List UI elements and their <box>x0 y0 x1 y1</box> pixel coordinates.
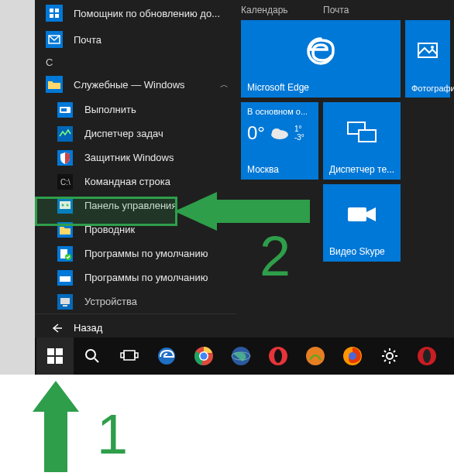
weather-lo: -3° <box>294 133 304 142</box>
weather-hi: 1° <box>294 125 304 133</box>
tile-label: Диспетчер те... <box>329 164 394 175</box>
svg-rect-27 <box>60 298 70 304</box>
chrome-icon <box>194 346 214 366</box>
task-view-button[interactable] <box>111 337 148 375</box>
app-label: Диспетчер задач <box>84 128 163 139</box>
tile-edge[interactable]: Microsoft Edge <box>241 20 401 98</box>
app-label: Помощник по обновлению до... <box>74 8 220 19</box>
annotation-number-1: 1 <box>97 402 128 466</box>
svg-point-52 <box>274 349 282 363</box>
svg-point-30 <box>431 46 434 49</box>
folder-system-tools[interactable]: Служебные — Windows ︿ <box>35 71 236 98</box>
svg-line-64 <box>394 351 395 352</box>
tile-photos[interactable]: Фотографии <box>405 20 450 98</box>
app-defender[interactable]: Защитник Windows <box>35 146 236 170</box>
annotation-number-2: 2 <box>260 224 291 288</box>
gear-icon <box>380 347 399 365</box>
svg-point-40 <box>86 350 95 359</box>
taskbar-app-round[interactable] <box>297 337 334 375</box>
svg-rect-43 <box>121 353 124 358</box>
devices-icon <box>57 293 74 310</box>
tile-skype-video[interactable]: Видео Skype <box>323 184 401 262</box>
app-label: Устройства <box>84 296 137 307</box>
app-run[interactable]: Выполнить <box>35 98 236 122</box>
app-label: Служебные — Windows <box>74 79 185 91</box>
tile-remote-desktop[interactable]: Диспетчер те... <box>323 102 401 180</box>
svg-rect-38 <box>47 357 54 364</box>
taskbar-chrome[interactable] <box>185 337 222 375</box>
mail-icon <box>46 31 63 48</box>
svg-rect-28 <box>63 305 67 306</box>
app-label: Выполнить <box>84 104 136 115</box>
svg-rect-2 <box>55 9 59 12</box>
app-label: Программы по умолчанию <box>84 272 208 283</box>
weather-temp: 0° <box>247 122 265 144</box>
app-label: Панель управления <box>84 200 177 211</box>
svg-rect-4 <box>55 14 59 18</box>
svg-line-41 <box>95 358 98 362</box>
opera-icon <box>417 346 437 366</box>
app-update-assistant[interactable]: Помощник по обновлению до... <box>35 0 236 26</box>
svg-rect-10 <box>61 108 67 111</box>
app-default-programs[interactable]: Программы по умолчанию <box>35 241 236 265</box>
svg-line-63 <box>384 360 386 361</box>
svg-rect-0 <box>46 5 63 22</box>
back-label: Назад <box>74 322 102 334</box>
taskbar-app-globe[interactable] <box>222 337 260 375</box>
start-menu: Помощник по обновлению до... Почта С Слу… <box>35 0 454 337</box>
svg-point-32 <box>272 128 281 136</box>
search-button[interactable] <box>74 337 111 375</box>
start-button[interactable] <box>36 337 74 375</box>
control-panel-icon <box>57 197 74 214</box>
svg-rect-42 <box>124 351 135 360</box>
app-task-manager[interactable]: Диспетчер задач <box>35 122 236 146</box>
svg-line-61 <box>384 351 386 352</box>
svg-text:C:\: C:\ <box>60 178 71 187</box>
svg-rect-36 <box>47 348 54 355</box>
svg-rect-3 <box>50 14 53 18</box>
taskbar-opera-2[interactable] <box>408 337 445 375</box>
svg-rect-16 <box>60 201 71 209</box>
taskbar <box>35 337 454 375</box>
default-programs-icon <box>57 245 74 262</box>
weather-city: Москва <box>247 164 279 175</box>
chevron-up-icon: ︿ <box>220 79 229 91</box>
run-icon <box>57 101 74 118</box>
explorer-icon <box>57 221 74 238</box>
taskbar-firefox[interactable] <box>334 337 371 375</box>
svg-rect-37 <box>56 348 63 355</box>
tile-weather[interactable]: В основном о... 0° 1° -3° Москва <box>241 102 318 180</box>
svg-marker-68 <box>33 381 79 472</box>
edge-icon <box>304 34 338 68</box>
svg-point-48 <box>201 353 208 360</box>
tile-header-label: Почта <box>323 5 349 15</box>
opera-icon <box>268 346 288 366</box>
app-label: Защитник Windows <box>84 152 174 163</box>
app-devices[interactable]: Устройства <box>35 289 236 313</box>
app-label: Программы по умолчанию <box>84 248 208 259</box>
globe-icon <box>231 346 251 366</box>
back-button[interactable]: Назад <box>35 313 236 337</box>
svg-rect-1 <box>50 9 53 12</box>
svg-rect-35 <box>348 207 366 221</box>
app-cmd[interactable]: C:\ Командная строка <box>35 170 236 193</box>
svg-rect-34 <box>359 130 376 142</box>
tile-label: Фотографии <box>411 84 454 93</box>
task-view-icon <box>120 349 139 363</box>
back-arrow-icon <box>50 322 63 334</box>
app-mail[interactable]: Почта <box>35 26 236 53</box>
app-explorer[interactable]: Проводник <box>35 217 236 241</box>
weather-title: В основном о... <box>247 107 312 116</box>
svg-point-17 <box>62 204 64 206</box>
taskbar-opera[interactable] <box>260 337 297 375</box>
svg-line-62 <box>394 360 395 361</box>
weather-cloud-icon <box>270 126 290 140</box>
section-header-c[interactable]: С <box>35 53 236 71</box>
start-apps-list: Помощник по обновлению до... Почта С Слу… <box>35 0 236 337</box>
taskbar-edge[interactable] <box>148 337 185 375</box>
app-default-programs-2[interactable]: Программы по умолчанию <box>35 265 236 289</box>
taskbar-settings[interactable] <box>371 337 408 375</box>
shield-icon <box>57 149 74 166</box>
app-control-panel[interactable]: Панель управления <box>35 193 236 217</box>
tile-header-mail: Почта <box>323 5 401 15</box>
